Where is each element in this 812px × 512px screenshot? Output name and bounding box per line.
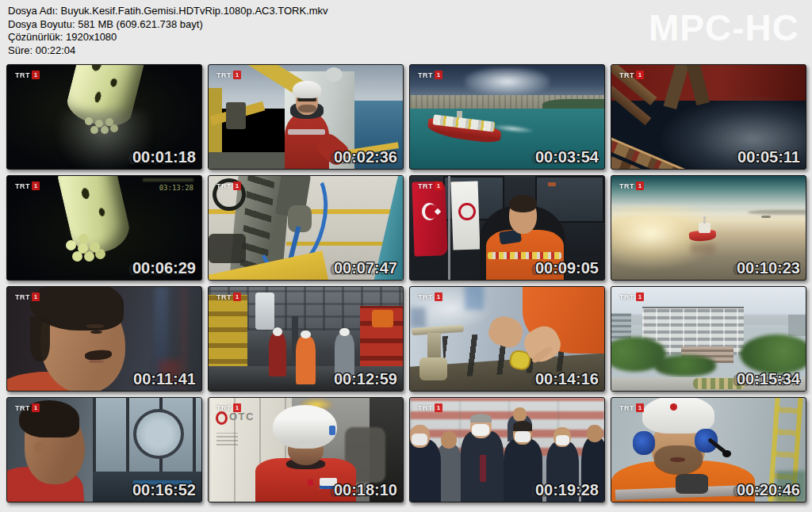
- trt1-logo: TRT1: [619, 181, 644, 190]
- scene-shape: TRT: [418, 293, 433, 301]
- timestamp-overlay: 00:01:18: [132, 148, 196, 166]
- scene-shape: [86, 324, 104, 328]
- file-size-line: Dosya Boyutu: 581 MB (609.621.738 bayt): [8, 18, 328, 32]
- scene-shape: [642, 397, 714, 434]
- scene-shape: [372, 310, 393, 327]
- scene-shape: [670, 457, 686, 462]
- scene-shape: TRT: [619, 404, 634, 412]
- scene-shape: [90, 331, 102, 334]
- scene-shape: TRT: [619, 182, 634, 190]
- timestamp-overlay: 00:11:41: [133, 370, 196, 388]
- scene-shape: [465, 67, 550, 97]
- scene-shape: [296, 337, 316, 384]
- scene-shape: 1: [32, 71, 40, 79]
- scene-shape: [269, 333, 286, 376]
- scene-shape: [216, 433, 238, 445]
- scene-shape: TRT: [216, 71, 232, 79]
- scene-shape: [298, 105, 316, 113]
- trt1-logo: TRT1: [15, 181, 40, 190]
- scene-shape: 1: [636, 292, 644, 301]
- scene-shape: [329, 426, 336, 435]
- thumbnail-16: TRT1 00:20:46: [611, 397, 806, 502]
- scene-shape: TRT: [15, 182, 30, 190]
- timestamp-overlay: 00:18:10: [334, 481, 397, 499]
- timestamp-overlay: 00:16:52: [132, 481, 196, 499]
- scene-shape: [301, 331, 310, 338]
- scene-shape: [611, 212, 806, 216]
- scene-shape: 1: [636, 403, 644, 412]
- scene-shape: [273, 327, 282, 335]
- scene-shape: 1: [435, 71, 442, 79]
- trt1-logo: TRT1: [216, 403, 241, 412]
- scene-shape: [513, 407, 527, 422]
- scene-shape: 1: [435, 403, 442, 412]
- scene-shape: [209, 234, 246, 263]
- scene-shape: TRT: [418, 71, 433, 79]
- trt1-logo: TRT1: [15, 403, 40, 412]
- scene-shape: [66, 240, 76, 250]
- scene-shape: [410, 308, 426, 328]
- scene-shape: [308, 480, 313, 486]
- timestamp-overlay: 00:12:59: [334, 370, 397, 388]
- scene-shape: 1: [233, 181, 241, 190]
- file-name-line: Dosya Adı: Buyuk.Kesif.Fatih.Gemisi.HDTv…: [8, 5, 328, 18]
- resolution-line: Çözünürlük: 1920x1080: [8, 31, 328, 44]
- scene-shape: [427, 333, 441, 361]
- scene-shape: 1: [636, 181, 644, 190]
- thumbnail-10: TRT1 00:12:59: [208, 286, 404, 392]
- thumbnail-15: TRT1 00:19:28: [409, 397, 605, 502]
- scene-shape: 1: [233, 292, 241, 301]
- scene-shape: [472, 424, 489, 437]
- scene-shape: [676, 474, 709, 494]
- scene-shape: [412, 434, 427, 446]
- scene-shape: TRT: [619, 71, 634, 79]
- rov-timecode-overlay: 03:13:28: [159, 184, 193, 192]
- scene-shape: [488, 252, 561, 259]
- scene-shape: [722, 450, 731, 457]
- scene-shape: TRT: [418, 182, 433, 190]
- thumbnail-13: TRT1 00:16:52: [6, 397, 202, 502]
- scene-shape: 1: [636, 71, 644, 79]
- scene-shape: [465, 286, 485, 310]
- thumbnail-2: TRT1 00:02:36: [208, 64, 404, 170]
- thumbnail-11: TRT1 00:14:16: [409, 286, 605, 392]
- timestamp-overlay: 00:09:05: [535, 259, 599, 277]
- scene-shape: [670, 403, 677, 411]
- scene-shape: 1: [32, 181, 40, 190]
- scene-shape: [480, 455, 485, 482]
- timestamp-overlay: 00:06:29: [132, 259, 196, 277]
- scene-shape: [691, 243, 714, 254]
- scene-shape: [409, 439, 441, 502]
- scene-shape: TRT: [15, 404, 30, 412]
- scene-shape: [548, 182, 556, 186]
- scene-shape: 1: [32, 292, 40, 301]
- scene-shape: [339, 328, 349, 336]
- thumbnail-6: TRT1 00:07:47: [208, 175, 404, 281]
- trt1-logo: TRT1: [619, 403, 644, 412]
- scene-shape: 1: [435, 292, 442, 301]
- rov-overlay-caption: [143, 178, 193, 181]
- scene-shape: [513, 421, 533, 431]
- timestamp-overlay: 00:07:47: [334, 259, 397, 277]
- scene-shape: [325, 67, 343, 82]
- scene-shape: [441, 431, 457, 449]
- trt1-logo: TRT1: [216, 71, 241, 79]
- thumbnail-4: TRT1 00:05:11: [611, 64, 806, 170]
- scene-shape: [515, 431, 530, 442]
- scene-shape: [273, 405, 337, 449]
- timestamp-overlay: 00:02:36: [334, 148, 397, 166]
- scene-shape: [556, 435, 569, 445]
- thumbnail-3: TRT1 00:03:54: [409, 64, 605, 170]
- trt1-logo: TRT1: [418, 181, 442, 190]
- scene-shape: [587, 425, 603, 442]
- scene-shape: TRT: [216, 182, 232, 190]
- scene-shape: [255, 292, 275, 330]
- scene-shape: 1: [233, 71, 241, 79]
- otc-logo-icon: [216, 411, 228, 425]
- thumbnail-8: TRT1 00:10:23: [611, 175, 806, 281]
- thumbnail-7: TRT1 00:09:05: [409, 175, 605, 281]
- trt1-logo: TRT1: [15, 292, 40, 301]
- trt1-logo: TRT1: [216, 181, 241, 190]
- mpc-hc-logo: MPC-HC: [649, 6, 799, 49]
- timestamp-overlay: 00:19:28: [535, 481, 599, 499]
